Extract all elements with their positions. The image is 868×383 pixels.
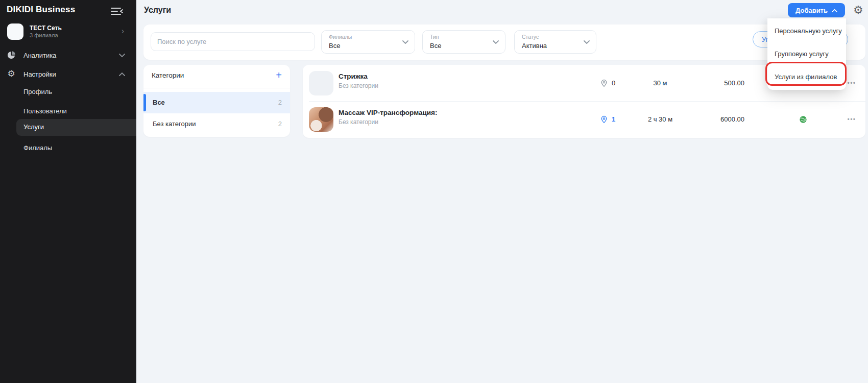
add-button[interactable]: Добавить	[788, 3, 845, 17]
settings-gear-icon[interactable]: ⚙	[853, 3, 863, 18]
chevron-down-icon	[402, 40, 408, 44]
chevron-up-icon	[832, 9, 837, 12]
service-duration: 2 ч 30 м	[630, 101, 691, 137]
sidebar-item-analytics[interactable]: Аналитика	[0, 49, 136, 64]
type-filter-select[interactable]: Тип Все	[422, 30, 505, 54]
sidebar-item-label: Пользователи	[23, 107, 67, 115]
service-category: Без категории	[339, 118, 378, 126]
menu-item-personal-service[interactable]: Персональную услугу	[767, 19, 846, 42]
service-name: Массаж VIP-трансформация:	[339, 109, 437, 116]
sidebar-collapse-icon[interactable]	[110, 6, 125, 16]
service-row[interactable]: Массаж VIP-трансформация: Без категории …	[303, 101, 865, 138]
category-label: Без категории	[153, 120, 196, 128]
service-branches: 0	[600, 65, 615, 101]
sidebar-item-label: Филиалы	[23, 144, 52, 152]
service-thumbnail-placeholder	[309, 71, 333, 95]
chevron-down-icon	[119, 53, 125, 57]
active-indicator	[143, 94, 146, 111]
search-input[interactable]	[151, 32, 315, 51]
service-photo	[309, 107, 333, 132]
company-switcher[interactable]: ТЕСТ Сеть 3 филиала ›	[0, 20, 136, 44]
service-price: 500.00	[701, 65, 744, 101]
chevron-down-icon	[493, 40, 499, 44]
chevron-up-icon	[119, 72, 125, 76]
branches-filter-select[interactable]: Филиалы Все	[321, 30, 415, 54]
divider	[143, 88, 290, 88]
select-label: Статус	[522, 34, 539, 40]
sidebar-item-settings[interactable]: ⚙ Настройки	[0, 67, 136, 83]
company-subtitle: 3 филиала	[30, 32, 58, 38]
category-item-uncategorized[interactable]: Без категории 2	[143, 113, 290, 135]
chevron-down-icon	[584, 40, 590, 44]
pie-chart-icon	[7, 51, 16, 60]
brand-logo: DIKIDI Business	[7, 5, 75, 15]
chevron-right-icon: ›	[122, 26, 124, 37]
menu-item-group-service[interactable]: Групповую услугу	[767, 42, 846, 65]
service-category: Без категории	[339, 82, 378, 89]
branch-count: 1	[612, 115, 615, 123]
app-root: DIKIDI Business ТЕСТ Сеть 3 филиала › Ан…	[0, 0, 868, 383]
category-label: Все	[153, 99, 165, 106]
add-dropdown-menu: Персональную услугу Групповую услугу Усл…	[767, 18, 846, 90]
select-value: Активна	[522, 42, 547, 50]
company-avatar	[7, 23, 23, 40]
select-label: Тип	[430, 34, 439, 40]
categories-panel: Категории + Все 2 Без категории 2	[143, 65, 290, 137]
select-label: Филиалы	[329, 34, 352, 40]
sidebar: DIKIDI Business ТЕСТ Сеть 3 филиала › Ан…	[0, 0, 136, 383]
sidebar-item-label: Аналитика	[23, 52, 56, 59]
category-item-all[interactable]: Все 2	[143, 92, 290, 113]
sidebar-item-label: Настройки	[23, 70, 56, 78]
select-value: Все	[329, 42, 340, 50]
service-name: Стрижка	[339, 73, 368, 80]
add-button-label: Добавить	[795, 7, 828, 14]
sidebar-item-branches[interactable]: Филиалы	[0, 141, 136, 156]
category-count: 2	[278, 120, 282, 128]
add-category-icon[interactable]: +	[276, 69, 282, 81]
sidebar-item-users[interactable]: Пользователи	[0, 104, 136, 119]
select-value: Все	[430, 42, 441, 50]
sidebar-item-label: Услуги	[23, 123, 44, 131]
categories-title: Категории	[152, 71, 184, 79]
status-filter-select[interactable]: Статус Активна	[514, 30, 596, 54]
branch-count: 0	[612, 79, 615, 87]
sidebar-item-label: Профиль	[23, 88, 52, 95]
service-duration: 30 м	[630, 65, 691, 101]
page-title: Услуги	[144, 6, 171, 15]
service-branches: 1	[600, 101, 615, 137]
sidebar-item-services[interactable]: Услуги	[16, 119, 136, 136]
map-pin-icon	[600, 115, 608, 124]
menu-item-branch-services[interactable]: Услуги из филиалов	[767, 65, 846, 88]
online-booking-globe-icon	[795, 101, 811, 137]
service-price: 6000.00	[701, 101, 744, 137]
company-name: ТЕСТ Сеть	[30, 25, 62, 32]
row-menu-icon[interactable]: •••	[841, 101, 862, 137]
category-count: 2	[278, 99, 282, 106]
sidebar-item-profile[interactable]: Профиль	[0, 85, 136, 100]
map-pin-icon	[600, 79, 608, 87]
gear-icon: ⚙	[7, 69, 16, 79]
